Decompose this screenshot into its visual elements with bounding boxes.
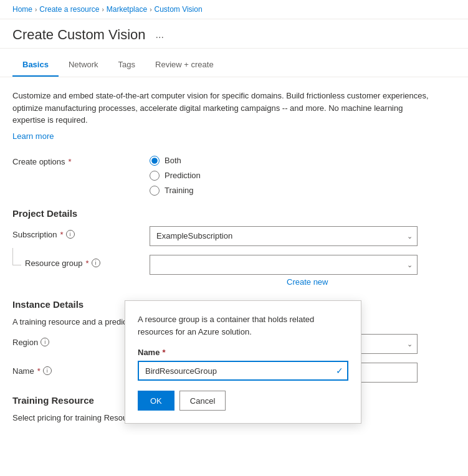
radio-training-input[interactable] — [150, 186, 160, 196]
resource-group-required: * — [86, 259, 89, 268]
resource-group-indent-line — [12, 248, 21, 265]
create-new-wrapper: Create new — [150, 277, 455, 287]
radio-both-input[interactable] — [150, 156, 160, 166]
breadcrumb: Home › Create a resource › Marketplace ›… — [0, 0, 468, 19]
popup-ok-button[interactable]: OK — [138, 391, 174, 411]
radio-both[interactable]: Both — [150, 156, 201, 166]
page-description: Customize and embed state-of-the-art com… — [12, 90, 436, 126]
resource-group-select-wrapper: ⌄ — [150, 255, 418, 275]
tab-tags[interactable]: Tags — [108, 54, 145, 77]
resource-group-indent: Resource group * i — [12, 255, 137, 268]
popup-name-label: Name * — [138, 348, 348, 357]
radio-prediction[interactable]: Prediction — [150, 171, 201, 181]
subscription-row: Subscription * i ExampleSubscription ⌄ — [12, 226, 455, 246]
breadcrumb-chevron-1: › — [35, 6, 37, 13]
popup-name-required: * — [162, 348, 165, 357]
project-details-header: Project Details — [12, 208, 455, 219]
popup-buttons: OK Cancel — [138, 391, 348, 411]
tab-network[interactable]: Network — [59, 54, 108, 77]
subscription-label: Subscription * i — [12, 226, 137, 239]
page-title: Create Custom Vision — [12, 27, 146, 43]
region-label: Region i — [12, 334, 137, 347]
popup-input-wrapper: ✓ — [138, 361, 348, 381]
main-content: Customize and embed state-of-the-art com… — [0, 77, 467, 435]
region-info-icon[interactable]: i — [41, 338, 49, 346]
radio-training-label: Training — [165, 186, 193, 195]
tab-basics[interactable]: Basics — [12, 54, 59, 77]
name-label: Name * i — [12, 363, 137, 376]
subscription-required: * — [60, 230, 64, 239]
more-options-button[interactable]: ... — [152, 28, 168, 42]
radio-both-label: Both — [165, 156, 181, 165]
resource-group-label: Resource group * i — [25, 255, 100, 268]
create-options-radio-group: Both Prediction Training — [150, 153, 201, 196]
create-options-row: Create options * Both Prediction Trainin… — [12, 153, 455, 196]
resource-group-row: Resource group * i ⌄ — [12, 255, 455, 275]
create-new-link[interactable]: Create new — [287, 277, 328, 287]
resource-group-select[interactable] — [150, 255, 418, 275]
page-header: Create Custom Vision ... — [0, 19, 468, 49]
breadcrumb-home[interactable]: Home — [12, 5, 32, 14]
create-options-label: Create options * — [12, 153, 137, 166]
popup-input-check-icon: ✓ — [336, 366, 343, 376]
popup-name-input[interactable] — [138, 361, 348, 381]
resource-group-info-icon[interactable]: i — [92, 259, 100, 267]
radio-prediction-input[interactable] — [150, 171, 160, 181]
breadcrumb-marketplace[interactable]: Marketplace — [107, 5, 147, 14]
tab-review-create[interactable]: Review + create — [145, 54, 224, 77]
radio-prediction-label: Prediction — [165, 171, 201, 180]
subscription-select-wrapper: ExampleSubscription ⌄ — [150, 226, 418, 246]
breadcrumb-create-resource[interactable]: Create a resource — [39, 5, 99, 14]
name-info-icon[interactable]: i — [43, 366, 52, 375]
name-required: * — [37, 366, 41, 376]
subscription-select[interactable]: ExampleSubscription — [150, 226, 418, 246]
popup-description: A resource group is a container that hol… — [138, 313, 348, 338]
resource-group-popup: A resource group is a container that hol… — [125, 300, 361, 424]
breadcrumb-custom-vision[interactable]: Custom Vision — [154, 5, 202, 14]
subscription-info-icon[interactable]: i — [66, 230, 75, 239]
radio-training[interactable]: Training — [150, 186, 201, 196]
tab-bar: Basics Network Tags Review + create — [0, 54, 468, 77]
breadcrumb-chevron-2: › — [102, 6, 103, 13]
popup-cancel-button[interactable]: Cancel — [179, 391, 226, 411]
create-options-required: * — [69, 157, 72, 166]
learn-more-link[interactable]: Learn more — [12, 131, 54, 141]
breadcrumb-chevron-3: › — [150, 6, 151, 13]
